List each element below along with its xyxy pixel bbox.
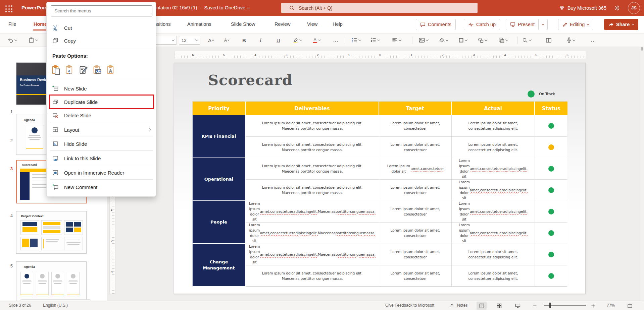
underline-button[interactable]: U xyxy=(277,34,280,47)
zoom-slider-thumb[interactable] xyxy=(549,303,551,308)
tab-view[interactable]: View xyxy=(307,21,317,27)
menu-item-duplicate-slide[interactable]: Duplicate Slide xyxy=(47,96,156,108)
copy-icon xyxy=(52,38,58,44)
duplicate-slide-icon xyxy=(52,99,58,105)
menu-item-immersive-reader[interactable]: Open in Immersive Reader xyxy=(47,166,156,179)
menu-item-delete-slide[interactable]: Delete Slide xyxy=(47,109,156,122)
table-cell: Lorem ipsum dolor sit amet, consectetuer… xyxy=(452,158,535,180)
tab-slide-show[interactable]: Slide Show xyxy=(231,21,255,27)
paste-button[interactable] xyxy=(29,34,38,47)
group-label: Change Management xyxy=(193,244,246,287)
font-color-button[interactable]: A xyxy=(313,34,320,47)
present-button[interactable]: Present xyxy=(506,19,548,30)
chevron-down-icon[interactable] xyxy=(247,7,250,9)
thumbnail-number-selected: 3 xyxy=(6,166,13,171)
editing-mode-button[interactable]: Editing xyxy=(558,19,593,30)
slide-sorter-view-button[interactable] xyxy=(494,302,504,310)
tab-file[interactable]: File xyxy=(8,21,16,27)
settings-gear-icon[interactable] xyxy=(614,5,621,11)
ruler-number: 3 xyxy=(111,270,112,274)
menu-search-input[interactable] xyxy=(51,5,152,16)
thumb4-title: Project Context xyxy=(21,214,44,218)
context-menu: Cut Copy Paste Options: a A New Slide Du… xyxy=(46,2,156,197)
svg-text:A: A xyxy=(109,68,112,74)
menu-item-new-slide[interactable]: New Slide xyxy=(47,82,156,95)
align-text-button[interactable] xyxy=(392,34,401,47)
fit-slide-button[interactable] xyxy=(625,302,635,310)
dictate-mic-button[interactable] xyxy=(566,34,575,47)
normal-view-button[interactable] xyxy=(477,302,487,310)
paste-keep-source-icon[interactable] xyxy=(51,65,61,75)
app-launcher-waffle-icon[interactable] xyxy=(5,5,13,13)
status-cell xyxy=(535,115,567,137)
shape-fill-button[interactable] xyxy=(439,34,448,47)
paste-destination-theme-icon[interactable]: a xyxy=(65,65,75,75)
paste-text-only-icon[interactable]: A xyxy=(106,65,116,75)
bold-button[interactable]: B xyxy=(242,34,246,47)
language-indicator[interactable]: English (U.S.) xyxy=(43,303,68,308)
numbering-button[interactable] xyxy=(370,34,380,47)
chevron-down-icon xyxy=(35,38,38,41)
table-cell: Lorem ipsum dolor sit amet, consectetuer… xyxy=(246,265,379,287)
zoom-level[interactable]: 77% xyxy=(607,303,615,308)
menu-item-layout[interactable]: Layout xyxy=(47,123,156,136)
feedback-link[interactable]: Give Feedback to Microsoft xyxy=(385,303,434,308)
font-size-select[interactable]: 12 xyxy=(179,36,200,45)
search-input[interactable]: Search (Alt + Q) xyxy=(281,3,478,13)
present-dropdown[interactable] xyxy=(538,19,547,30)
menu-item-hide-slide[interactable]: Hide Slide xyxy=(47,137,156,150)
zoom-in-button[interactable] xyxy=(588,302,598,310)
shrink-font-button[interactable]: A˅ xyxy=(224,34,229,47)
group-label: Operational xyxy=(193,158,246,201)
tab-animations[interactable]: Animations xyxy=(187,21,211,27)
zoom-out-button[interactable] xyxy=(530,302,540,310)
ruler-number: 6 xyxy=(191,53,194,57)
table-cell: Lorem ipsum dolor sit amet, consectetuer xyxy=(379,180,452,201)
new-comment-icon xyxy=(52,184,58,190)
grow-font-button[interactable]: A˄ xyxy=(208,34,214,47)
comments-button[interactable]: Comments xyxy=(416,19,456,30)
text-highlight-button[interactable] xyxy=(293,34,302,47)
bullets-button[interactable] xyxy=(352,34,361,47)
insert-picture-button[interactable] xyxy=(419,34,428,47)
vertical-scrollbar[interactable] xyxy=(640,34,644,301)
legend-label: On Track xyxy=(539,92,555,96)
paste-picture-icon[interactable] xyxy=(93,65,102,75)
paste-formatting-icon[interactable] xyxy=(79,65,88,75)
chevron-down-icon xyxy=(485,38,487,41)
slideshow-view-button[interactable] xyxy=(513,302,523,310)
normal-view-icon xyxy=(479,303,484,308)
undo-button[interactable] xyxy=(7,34,17,47)
find-button[interactable] xyxy=(522,34,531,47)
more-font-options[interactable]: … xyxy=(333,34,338,47)
table-cell: Lorem ipsum dolor sit amet, consectetuer… xyxy=(452,137,535,158)
menu-item-link-to-slide[interactable]: Link to this Slide xyxy=(47,152,156,165)
slide-thumbnail-4[interactable]: Project Context xyxy=(16,211,87,254)
toolbar-overflow-button[interactable]: … xyxy=(591,34,596,47)
buy-microsoft-365-button[interactable]: Buy Microsoft 365 xyxy=(559,5,606,11)
reading-view-book-icon[interactable] xyxy=(546,34,552,47)
shape-outline-button[interactable] xyxy=(458,34,467,47)
document-title[interactable]: Presentation 02-16x9 (1)-Saved to OneDri… xyxy=(144,5,249,10)
avatar[interactable]: JS xyxy=(628,2,640,14)
slide-counter[interactable]: Slide 3 of 26 xyxy=(9,303,31,308)
arrange-button[interactable] xyxy=(499,34,508,47)
column-header: Actual xyxy=(452,102,535,115)
tab-review[interactable]: Review xyxy=(275,21,291,27)
scorecard-table[interactable]: Priority Deliverables Target Actual Stat… xyxy=(192,101,567,287)
slide-thumbnail-5[interactable]: Agenda xyxy=(16,261,87,304)
tab-home[interactable]: Home xyxy=(34,21,47,27)
change-shape-button[interactable] xyxy=(478,34,487,47)
catch-up-button[interactable]: Catch up xyxy=(464,19,500,30)
table-cell: Lorem ipsum dolor sit amet, consectetuer xyxy=(379,201,452,223)
table-cell: Lorem ipsum dolor sit amet, consectetuer xyxy=(379,137,452,158)
share-button[interactable]: Share xyxy=(604,19,638,30)
menu-item-cut[interactable]: Cut xyxy=(47,21,156,34)
menu-item-new-comment[interactable]: New Comment xyxy=(47,181,156,193)
slide-title[interactable]: Scorecard xyxy=(208,72,293,88)
notes-toggle[interactable]: Notes xyxy=(450,303,467,308)
italic-button[interactable]: I xyxy=(260,34,261,47)
chevron-down-icon xyxy=(573,38,575,41)
tab-help[interactable]: Help xyxy=(333,21,343,27)
menu-item-copy[interactable]: Copy xyxy=(47,34,156,47)
